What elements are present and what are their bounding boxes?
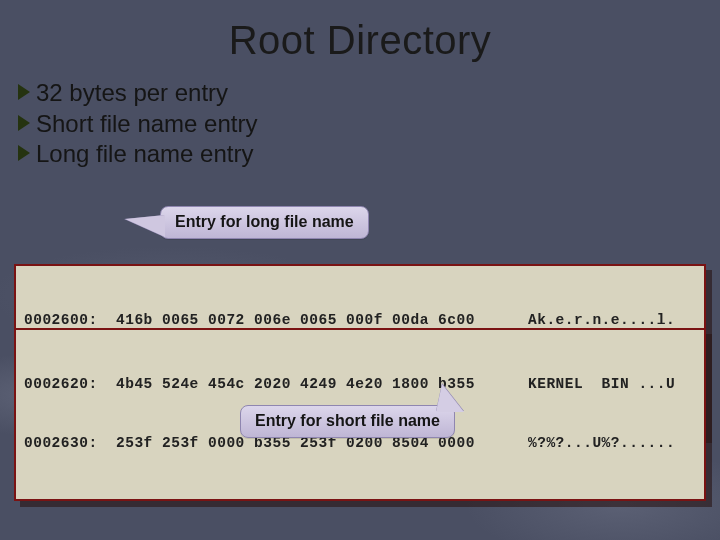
callout-tail xyxy=(436,384,464,412)
bullet-icon xyxy=(18,145,30,161)
bullet-item: 32 bytes per entry xyxy=(18,78,257,109)
hex-row: 0002620:4b45 524e 454c 2020 4249 4e20 18… xyxy=(24,375,696,395)
hex-addr: 0002620: xyxy=(24,375,116,395)
bullet-item: Short file name entry xyxy=(18,109,257,140)
hex-bytes: 4b45 524e 454c 2020 4249 4e20 1800 b355 xyxy=(116,375,528,395)
bullet-text: Short file name entry xyxy=(36,109,257,140)
bullet-list: 32 bytes per entry Short file name entry… xyxy=(18,78,257,170)
hex-addr: 0002630: xyxy=(24,434,116,454)
callout-tail xyxy=(125,215,165,237)
bullet-icon xyxy=(18,84,30,100)
callout-label: Entry for long file name xyxy=(175,213,354,230)
hex-ascii: %?%?...U%?...... xyxy=(528,434,696,454)
slide-title: Root Directory xyxy=(0,18,720,63)
callout-long-filename: Entry for long file name xyxy=(160,206,369,239)
bullet-text: 32 bytes per entry xyxy=(36,78,228,109)
hex-ascii: KERNEL BIN ...U xyxy=(528,375,696,395)
bullet-text: Long file name entry xyxy=(36,139,253,170)
callout-label: Entry for short file name xyxy=(255,412,440,429)
bullet-icon xyxy=(18,115,30,131)
bullet-item: Long file name entry xyxy=(18,139,257,170)
callout-short-filename: Entry for short file name xyxy=(240,405,455,438)
slide: Root Directory 32 bytes per entry Short … xyxy=(0,0,720,540)
